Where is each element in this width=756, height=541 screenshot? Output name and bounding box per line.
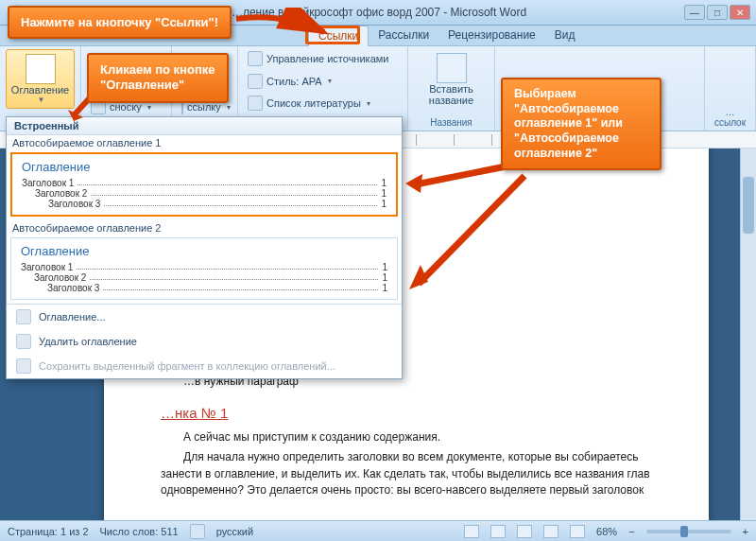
view-outline-icon[interactable] bbox=[543, 525, 558, 538]
toc-option-1-title: Автособираемое оглавление 1 bbox=[7, 135, 402, 148]
status-language[interactable]: русский bbox=[216, 526, 253, 537]
minimize-button[interactable]: — bbox=[684, 5, 705, 20]
status-word-count[interactable]: Число слов: 511 bbox=[100, 526, 179, 537]
bibliography-icon bbox=[248, 96, 263, 111]
style-icon bbox=[248, 74, 263, 89]
toc-preview-heading: Оглавление bbox=[21, 244, 387, 258]
save-selection-icon bbox=[16, 358, 31, 374]
toc-button[interactable]: Оглавление ▼ bbox=[6, 49, 75, 109]
sources-icon bbox=[248, 51, 263, 66]
view-draft-icon[interactable] bbox=[570, 525, 585, 538]
close-button[interactable]: ✕ bbox=[730, 5, 750, 20]
toc-button-label: Оглавление bbox=[11, 84, 69, 96]
insert-caption-button[interactable]: Вставить название bbox=[414, 49, 489, 110]
toc-option-2[interactable]: Оглавление Заголовок 11 Заголовок 21 Заг… bbox=[10, 237, 398, 300]
toc-icon bbox=[26, 54, 56, 84]
status-page[interactable]: Страница: 1 из 2 bbox=[8, 526, 89, 537]
zoom-slider-knob[interactable] bbox=[680, 526, 688, 537]
doc-heading: …нка № 1 bbox=[161, 403, 652, 424]
toc-icon bbox=[16, 309, 31, 324]
gallery-header: Встроенный bbox=[7, 117, 402, 135]
menu-save-selection: Сохранить выделенный фрагмент в коллекци… bbox=[7, 354, 402, 378]
vertical-scrollbar[interactable] bbox=[740, 148, 756, 520]
view-web-icon[interactable] bbox=[517, 525, 532, 538]
zoom-slider[interactable] bbox=[646, 530, 731, 533]
callout-2: Кликаем по кнопке"Оглавление" bbox=[87, 53, 229, 103]
zoom-out-button[interactable]: − bbox=[628, 526, 634, 537]
view-reading-icon[interactable] bbox=[490, 525, 506, 538]
caption-icon bbox=[437, 53, 467, 83]
callout-3: Выбираем "Автособираемое оглавление 1" и… bbox=[501, 78, 662, 170]
callout-1: Нажмите на кнопочку "Ссылки"! bbox=[8, 6, 232, 39]
chevron-down-icon: ▼ bbox=[38, 96, 45, 104]
tab-view[interactable]: Вид bbox=[545, 26, 585, 45]
maximize-button[interactable]: □ bbox=[707, 5, 728, 20]
bibliography-button[interactable]: Список литературы▾ bbox=[244, 94, 402, 113]
status-zoom[interactable]: 68% bbox=[596, 526, 617, 537]
group-captions-label: Названия bbox=[414, 116, 489, 129]
toc-option-1[interactable]: Оглавление Заголовок 11 Заголовок 21 Заг… bbox=[10, 152, 398, 217]
tab-links[interactable]: Ссылки bbox=[308, 26, 369, 46]
menu-insert-toc[interactable]: Оглавление... bbox=[7, 305, 402, 329]
toc-option-2-title: Автособираемое оглавление 2 bbox=[7, 220, 402, 234]
remove-icon bbox=[16, 334, 31, 349]
menu-remove-toc[interactable]: Удалить оглавление bbox=[7, 329, 402, 354]
toc-preview-heading: Оглавление bbox=[22, 160, 387, 174]
doc-line: Для начала нужно определить заголовки во… bbox=[161, 449, 652, 498]
status-bar: Страница: 1 из 2 Число слов: 511 русский… bbox=[0, 520, 756, 541]
doc-line: А сейчас мы приступим к созданию содержа… bbox=[161, 429, 652, 445]
citation-style-button[interactable]: Стиль: APA▾ bbox=[244, 72, 402, 91]
status-proofing-icon[interactable] bbox=[190, 524, 205, 539]
zoom-in-button[interactable]: + bbox=[743, 526, 748, 537]
scrollbar-thumb[interactable] bbox=[743, 177, 754, 234]
tab-mailings[interactable]: Рассылки bbox=[369, 26, 438, 45]
manage-sources-button[interactable]: Управление источниками bbox=[244, 49, 402, 68]
toc-gallery-menu: Оглавление... Удалить оглавление Сохрани… bbox=[7, 304, 402, 378]
tab-review[interactable]: Рецензирование bbox=[438, 26, 545, 45]
view-print-layout-icon[interactable] bbox=[464, 525, 479, 538]
group-index-label: …ссылок bbox=[711, 106, 749, 129]
toc-gallery: Встроенный Автособираемое оглавление 1 О… bbox=[6, 116, 403, 379]
